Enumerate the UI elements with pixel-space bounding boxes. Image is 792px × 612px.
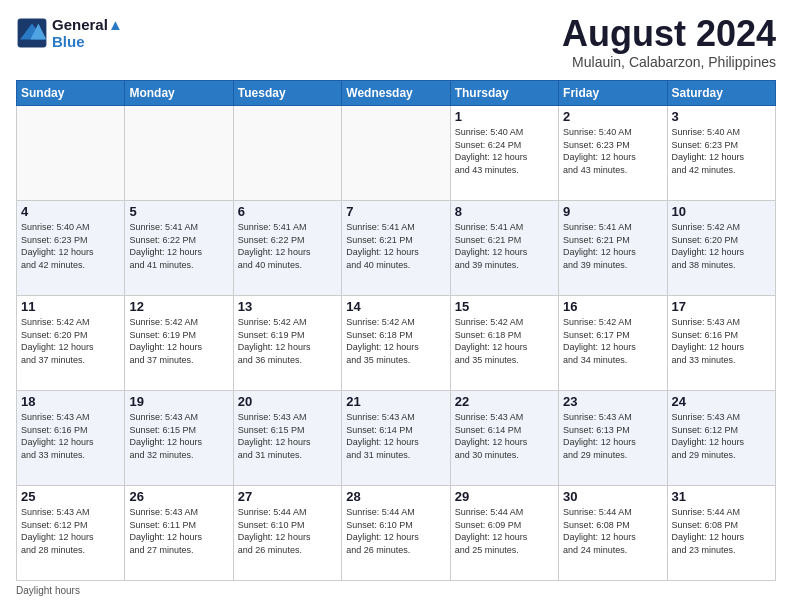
calendar-day-cell: 19Sunrise: 5:43 AM Sunset: 6:15 PM Dayli… xyxy=(125,391,233,486)
day-number: 19 xyxy=(129,394,228,409)
calendar-week-row: 18Sunrise: 5:43 AM Sunset: 6:16 PM Dayli… xyxy=(17,391,776,486)
day-number: 22 xyxy=(455,394,554,409)
day-info: Sunrise: 5:41 AM Sunset: 6:22 PM Dayligh… xyxy=(129,221,228,271)
calendar-day-cell: 8Sunrise: 5:41 AM Sunset: 6:21 PM Daylig… xyxy=(450,201,558,296)
day-number: 28 xyxy=(346,489,445,504)
calendar-day-cell xyxy=(233,106,341,201)
logo-text: General▲ Blue xyxy=(52,16,123,50)
calendar-day-cell: 16Sunrise: 5:42 AM Sunset: 6:17 PM Dayli… xyxy=(559,296,667,391)
calendar-day-header: Sunday xyxy=(17,81,125,106)
calendar-day-cell: 13Sunrise: 5:42 AM Sunset: 6:19 PM Dayli… xyxy=(233,296,341,391)
day-number: 11 xyxy=(21,299,120,314)
calendar-day-header: Tuesday xyxy=(233,81,341,106)
day-info: Sunrise: 5:43 AM Sunset: 6:14 PM Dayligh… xyxy=(346,411,445,461)
day-number: 29 xyxy=(455,489,554,504)
day-number: 4 xyxy=(21,204,120,219)
calendar-day-cell: 14Sunrise: 5:42 AM Sunset: 6:18 PM Dayli… xyxy=(342,296,450,391)
logo-icon xyxy=(16,17,48,49)
calendar-day-header: Friday xyxy=(559,81,667,106)
day-info: Sunrise: 5:41 AM Sunset: 6:21 PM Dayligh… xyxy=(346,221,445,271)
day-info: Sunrise: 5:40 AM Sunset: 6:23 PM Dayligh… xyxy=(21,221,120,271)
calendar-day-cell: 7Sunrise: 5:41 AM Sunset: 6:21 PM Daylig… xyxy=(342,201,450,296)
day-info: Sunrise: 5:42 AM Sunset: 6:19 PM Dayligh… xyxy=(238,316,337,366)
day-number: 6 xyxy=(238,204,337,219)
calendar-day-cell: 23Sunrise: 5:43 AM Sunset: 6:13 PM Dayli… xyxy=(559,391,667,486)
day-info: Sunrise: 5:43 AM Sunset: 6:12 PM Dayligh… xyxy=(21,506,120,556)
calendar-day-cell: 10Sunrise: 5:42 AM Sunset: 6:20 PM Dayli… xyxy=(667,201,775,296)
day-info: Sunrise: 5:41 AM Sunset: 6:21 PM Dayligh… xyxy=(563,221,662,271)
day-number: 10 xyxy=(672,204,771,219)
day-info: Sunrise: 5:44 AM Sunset: 6:10 PM Dayligh… xyxy=(346,506,445,556)
day-info: Sunrise: 5:43 AM Sunset: 6:14 PM Dayligh… xyxy=(455,411,554,461)
day-info: Sunrise: 5:44 AM Sunset: 6:08 PM Dayligh… xyxy=(672,506,771,556)
calendar-day-header: Wednesday xyxy=(342,81,450,106)
logo: General▲ Blue xyxy=(16,16,123,50)
day-number: 21 xyxy=(346,394,445,409)
day-info: Sunrise: 5:44 AM Sunset: 6:08 PM Dayligh… xyxy=(563,506,662,556)
day-info: Sunrise: 5:43 AM Sunset: 6:15 PM Dayligh… xyxy=(129,411,228,461)
day-info: Sunrise: 5:43 AM Sunset: 6:11 PM Dayligh… xyxy=(129,506,228,556)
calendar-day-cell: 31Sunrise: 5:44 AM Sunset: 6:08 PM Dayli… xyxy=(667,486,775,581)
day-info: Sunrise: 5:43 AM Sunset: 6:15 PM Dayligh… xyxy=(238,411,337,461)
calendar-day-cell: 1Sunrise: 5:40 AM Sunset: 6:24 PM Daylig… xyxy=(450,106,558,201)
calendar-day-cell: 27Sunrise: 5:44 AM Sunset: 6:10 PM Dayli… xyxy=(233,486,341,581)
day-number: 31 xyxy=(672,489,771,504)
day-number: 20 xyxy=(238,394,337,409)
calendar-day-cell: 20Sunrise: 5:43 AM Sunset: 6:15 PM Dayli… xyxy=(233,391,341,486)
day-number: 17 xyxy=(672,299,771,314)
calendar-day-cell: 21Sunrise: 5:43 AM Sunset: 6:14 PM Dayli… xyxy=(342,391,450,486)
calendar-day-cell: 18Sunrise: 5:43 AM Sunset: 6:16 PM Dayli… xyxy=(17,391,125,486)
day-number: 7 xyxy=(346,204,445,219)
calendar-day-cell: 17Sunrise: 5:43 AM Sunset: 6:16 PM Dayli… xyxy=(667,296,775,391)
day-number: 5 xyxy=(129,204,228,219)
page: General▲ Blue August 2024 Mulauin, Calab… xyxy=(0,0,792,612)
day-info: Sunrise: 5:40 AM Sunset: 6:23 PM Dayligh… xyxy=(563,126,662,176)
day-info: Sunrise: 5:43 AM Sunset: 6:12 PM Dayligh… xyxy=(672,411,771,461)
day-number: 24 xyxy=(672,394,771,409)
calendar-day-cell xyxy=(342,106,450,201)
calendar-week-row: 4Sunrise: 5:40 AM Sunset: 6:23 PM Daylig… xyxy=(17,201,776,296)
header: General▲ Blue August 2024 Mulauin, Calab… xyxy=(16,16,776,70)
day-info: Sunrise: 5:42 AM Sunset: 6:19 PM Dayligh… xyxy=(129,316,228,366)
calendar-day-cell: 9Sunrise: 5:41 AM Sunset: 6:21 PM Daylig… xyxy=(559,201,667,296)
calendar-day-cell: 24Sunrise: 5:43 AM Sunset: 6:12 PM Dayli… xyxy=(667,391,775,486)
day-number: 13 xyxy=(238,299,337,314)
calendar-day-header: Thursday xyxy=(450,81,558,106)
calendar-day-cell: 2Sunrise: 5:40 AM Sunset: 6:23 PM Daylig… xyxy=(559,106,667,201)
calendar-table: SundayMondayTuesdayWednesdayThursdayFrid… xyxy=(16,80,776,581)
day-info: Sunrise: 5:44 AM Sunset: 6:10 PM Dayligh… xyxy=(238,506,337,556)
day-number: 1 xyxy=(455,109,554,124)
day-info: Sunrise: 5:41 AM Sunset: 6:22 PM Dayligh… xyxy=(238,221,337,271)
calendar-day-cell: 29Sunrise: 5:44 AM Sunset: 6:09 PM Dayli… xyxy=(450,486,558,581)
day-number: 16 xyxy=(563,299,662,314)
calendar-day-cell: 25Sunrise: 5:43 AM Sunset: 6:12 PM Dayli… xyxy=(17,486,125,581)
calendar-day-cell xyxy=(125,106,233,201)
calendar-day-cell: 26Sunrise: 5:43 AM Sunset: 6:11 PM Dayli… xyxy=(125,486,233,581)
calendar-day-cell: 4Sunrise: 5:40 AM Sunset: 6:23 PM Daylig… xyxy=(17,201,125,296)
calendar-day-header: Saturday xyxy=(667,81,775,106)
day-number: 2 xyxy=(563,109,662,124)
day-number: 23 xyxy=(563,394,662,409)
calendar-day-header: Monday xyxy=(125,81,233,106)
day-info: Sunrise: 5:43 AM Sunset: 6:16 PM Dayligh… xyxy=(672,316,771,366)
day-info: Sunrise: 5:42 AM Sunset: 6:20 PM Dayligh… xyxy=(21,316,120,366)
calendar-header-row: SundayMondayTuesdayWednesdayThursdayFrid… xyxy=(17,81,776,106)
day-number: 27 xyxy=(238,489,337,504)
day-info: Sunrise: 5:44 AM Sunset: 6:09 PM Dayligh… xyxy=(455,506,554,556)
day-info: Sunrise: 5:43 AM Sunset: 6:13 PM Dayligh… xyxy=(563,411,662,461)
day-number: 25 xyxy=(21,489,120,504)
day-info: Sunrise: 5:42 AM Sunset: 6:20 PM Dayligh… xyxy=(672,221,771,271)
calendar-day-cell: 15Sunrise: 5:42 AM Sunset: 6:18 PM Dayli… xyxy=(450,296,558,391)
day-number: 26 xyxy=(129,489,228,504)
day-info: Sunrise: 5:43 AM Sunset: 6:16 PM Dayligh… xyxy=(21,411,120,461)
day-info: Sunrise: 5:41 AM Sunset: 6:21 PM Dayligh… xyxy=(455,221,554,271)
day-number: 12 xyxy=(129,299,228,314)
day-number: 9 xyxy=(563,204,662,219)
title-area: August 2024 Mulauin, Calabarzon, Philipp… xyxy=(562,16,776,70)
day-number: 30 xyxy=(563,489,662,504)
calendar-day-cell: 30Sunrise: 5:44 AM Sunset: 6:08 PM Dayli… xyxy=(559,486,667,581)
calendar-day-cell xyxy=(17,106,125,201)
calendar-day-cell: 6Sunrise: 5:41 AM Sunset: 6:22 PM Daylig… xyxy=(233,201,341,296)
day-number: 14 xyxy=(346,299,445,314)
subtitle: Mulauin, Calabarzon, Philippines xyxy=(562,54,776,70)
